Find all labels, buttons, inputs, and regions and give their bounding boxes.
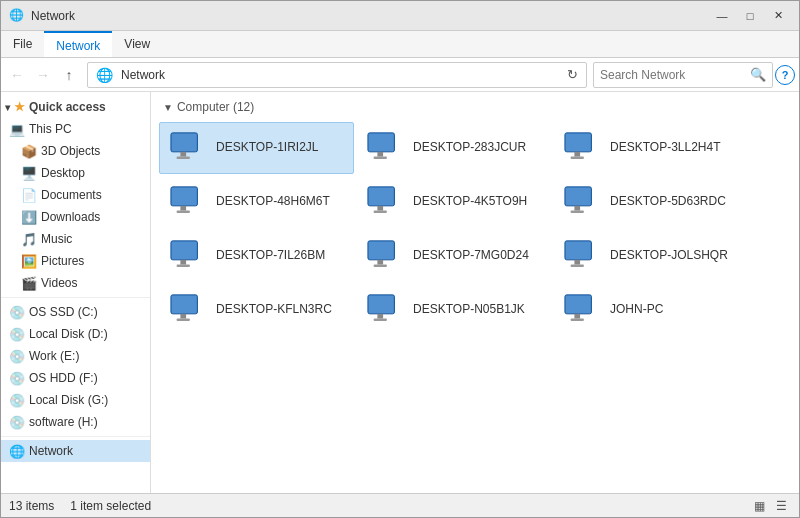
sidebar-item-thispc[interactable]: 💻 This PC	[1, 118, 150, 140]
sidebar-quickaccess-header[interactable]: ▾ ★ Quick access	[1, 96, 150, 118]
refresh-button[interactable]: ↻	[567, 67, 578, 82]
svg-rect-6	[377, 152, 383, 157]
file-item[interactable]: DESKTOP-JOLSHQR	[553, 230, 748, 282]
computer-name: DESKTOP-KFLN3RC	[216, 302, 332, 318]
tab-network[interactable]: Network	[44, 31, 112, 57]
svg-rect-27	[177, 265, 190, 267]
file-item[interactable]: DESKTOP-7IL26BM	[159, 230, 354, 282]
svg-rect-33	[566, 242, 591, 259]
svg-rect-10	[574, 152, 580, 157]
desktop-label: Desktop	[41, 166, 85, 180]
up-button[interactable]: ↑	[57, 63, 81, 87]
file-item[interactable]: DESKTOP-283JCUR	[356, 122, 551, 174]
address-network-icon: 🌐	[96, 67, 113, 83]
svg-rect-23	[571, 211, 584, 213]
maximize-button[interactable]: □	[737, 3, 763, 29]
software-h-label: software (H:)	[29, 415, 98, 429]
file-item[interactable]: DESKTOP-3LL2H4T	[553, 122, 748, 174]
sidebar-section-network: 🌐 Network	[1, 440, 150, 462]
section-chevron-icon: ▼	[163, 102, 173, 113]
forward-button[interactable]: →	[31, 63, 55, 87]
svg-rect-18	[377, 206, 383, 211]
sidebar-item-work-e[interactable]: 💿 Work (E:)	[1, 345, 150, 367]
file-item[interactable]: JOHN-PC	[553, 284, 748, 336]
section-header: ▼ Computer (12)	[159, 100, 791, 114]
tab-file[interactable]: File	[1, 31, 44, 57]
sidebar-item-downloads[interactable]: ⬇️ Downloads	[1, 206, 150, 228]
pictures-icon: 🖼️	[21, 253, 37, 269]
music-icon: 🎵	[21, 231, 37, 247]
window-icon: 🌐	[9, 8, 25, 24]
tab-view[interactable]: View	[112, 31, 162, 57]
svg-rect-11	[571, 157, 584, 159]
computer-name: DESKTOP-4K5TO9H	[413, 194, 527, 210]
sidebar-section-drives: 💿 OS SSD (C:) 💿 Local Disk (D:) 💿 Work (…	[1, 301, 150, 433]
svg-rect-34	[574, 260, 580, 265]
minimize-button[interactable]: —	[709, 3, 735, 29]
computer-icon	[562, 236, 602, 276]
3dobjects-label: 3D Objects	[41, 144, 100, 158]
sidebar-item-3dobjects[interactable]: 📦 3D Objects	[1, 140, 150, 162]
view-icons: ▦ ☰	[749, 496, 791, 516]
sidebar-item-pictures[interactable]: 🖼️ Pictures	[1, 250, 150, 272]
svg-rect-29	[369, 242, 394, 259]
svg-rect-35	[571, 265, 584, 267]
music-label: Music	[41, 232, 72, 246]
sidebar-item-oshdd-f[interactable]: 💿 OS HDD (F:)	[1, 367, 150, 389]
svg-rect-41	[369, 296, 394, 313]
selected-count: 1 item selected	[70, 499, 151, 513]
details-view-button[interactable]: ☰	[771, 496, 791, 516]
3dobjects-icon: 📦	[21, 143, 37, 159]
sidebar-item-software-h[interactable]: 💿 software (H:)	[1, 411, 150, 433]
file-item[interactable]: DESKTOP-5D63RDC	[553, 176, 748, 228]
address-bar[interactable]: 🌐 Network ↻	[87, 62, 587, 88]
file-item[interactable]: DESKTOP-1IRI2JL	[159, 122, 354, 174]
close-button[interactable]: ✕	[765, 3, 791, 29]
computer-icon	[168, 290, 208, 330]
computer-icon	[365, 128, 405, 168]
svg-rect-47	[571, 319, 584, 321]
file-item[interactable]: DESKTOP-7MG0D24	[356, 230, 551, 282]
help-button[interactable]: ?	[775, 65, 795, 85]
sidebar-item-documents[interactable]: 📄 Documents	[1, 184, 150, 206]
ribbon-tabs: File Network View	[1, 31, 799, 57]
videos-icon: 🎬	[21, 275, 37, 291]
svg-rect-9	[566, 134, 591, 151]
window-controls: — □ ✕	[709, 3, 791, 29]
computer-name: DESKTOP-5D63RDC	[610, 194, 726, 210]
svg-rect-37	[172, 296, 197, 313]
search-input[interactable]	[600, 68, 750, 82]
section-label: Computer (12)	[177, 100, 254, 114]
computer-name: DESKTOP-N05B1JK	[413, 302, 525, 318]
back-button[interactable]: ←	[5, 63, 29, 87]
file-item[interactable]: DESKTOP-N05B1JK	[356, 284, 551, 336]
file-item[interactable]: DESKTOP-KFLN3RC	[159, 284, 354, 336]
sidebar-item-videos[interactable]: 🎬 Videos	[1, 272, 150, 294]
computer-name: DESKTOP-1IRI2JL	[216, 140, 318, 156]
computer-icon	[168, 128, 208, 168]
sidebar-item-localdisk-d[interactable]: 💿 Local Disk (D:)	[1, 323, 150, 345]
sidebar-item-osssd[interactable]: 💿 OS SSD (C:)	[1, 301, 150, 323]
localdisk-d-label: Local Disk (D:)	[29, 327, 108, 341]
svg-rect-22	[574, 206, 580, 211]
sidebar-item-music[interactable]: 🎵 Music	[1, 228, 150, 250]
osssd-label: OS SSD (C:)	[29, 305, 98, 319]
svg-rect-31	[374, 265, 387, 267]
localdisk-g-icon: 💿	[9, 392, 25, 408]
items-grid: DESKTOP-1IRI2JL DESKTOP-283JCUR	[159, 122, 791, 336]
file-item[interactable]: DESKTOP-48H6M6T	[159, 176, 354, 228]
svg-rect-25	[172, 242, 197, 259]
sidebar-item-network[interactable]: 🌐 Network	[1, 440, 150, 462]
network-icon: 🌐	[9, 443, 25, 459]
sidebar-item-localdisk-g[interactable]: 💿 Local Disk (G:)	[1, 389, 150, 411]
sidebar-item-desktop[interactable]: 🖥️ Desktop	[1, 162, 150, 184]
status-bar: 13 items 1 item selected ▦ ☰	[1, 493, 799, 517]
file-item[interactable]: DESKTOP-4K5TO9H	[356, 176, 551, 228]
localdisk-g-label: Local Disk (G:)	[29, 393, 108, 407]
large-icons-view-button[interactable]: ▦	[749, 496, 769, 516]
title-bar: 🌐 Network — □ ✕	[1, 1, 799, 31]
documents-label: Documents	[41, 188, 102, 202]
svg-rect-2	[180, 152, 186, 157]
search-box[interactable]: 🔍	[593, 62, 773, 88]
oshdd-f-icon: 💿	[9, 370, 25, 386]
